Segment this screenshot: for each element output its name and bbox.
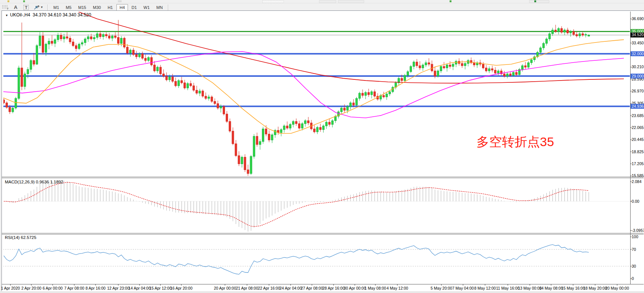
svg-text:24.936: 24.936: [632, 104, 644, 108]
rsi-indicator-label: RSI(14) 62.5725: [5, 235, 36, 240]
svg-text:30 Apr 00:00: 30 Apr 00:00: [344, 286, 366, 290]
svg-text:1 Apr 2020: 1 Apr 2020: [1, 286, 20, 290]
svg-text:11 May 16:00: 11 May 16:00: [496, 286, 520, 290]
svg-text:12 Apr 23:00: 12 Apr 23:00: [107, 286, 129, 290]
svg-text:6 Apr 00:00: 6 Apr 00:00: [43, 286, 63, 290]
svg-text:32.000: 32.000: [632, 51, 644, 56]
svg-text:7 May 04:00: 7 May 04:00: [452, 286, 474, 290]
svg-text:21 Apr 08:00: 21 Apr 08:00: [236, 286, 258, 290]
svg-text:33.450: 33.450: [632, 41, 644, 45]
svg-text:18.825: 18.825: [632, 149, 644, 154]
window-bottom-edge: [0, 291, 644, 293]
mt4-application-window: F A T ▼ M1M5M15M30H1H4D1W1MN 36.69033.45…: [0, 0, 644, 293]
svg-text:30.210: 30.210: [632, 64, 644, 69]
svg-text:70: 70: [632, 247, 636, 252]
svg-text:2 Apr 20:00: 2 Apr 20:00: [21, 286, 41, 290]
svg-text:8 Apr 16:00: 8 Apr 16:00: [85, 286, 106, 290]
svg-text:1 May 08:00: 1 May 08:00: [365, 286, 386, 290]
svg-text:18 May 20:00: 18 May 20:00: [583, 286, 607, 290]
svg-text:15 May 16:00: 15 May 16:00: [561, 286, 585, 290]
svg-text:24 Apr 04:00: 24 Apr 04:00: [279, 286, 302, 290]
svg-text:26.970: 26.970: [632, 89, 644, 93]
svg-text:30: 30: [632, 264, 636, 268]
chart-menu-icon[interactable]: ▼: [5, 14, 8, 17]
svg-text:20 May 00:00: 20 May 00:00: [605, 286, 629, 290]
svg-text:15.585: 15.585: [632, 173, 644, 178]
svg-text:5 May 20:00: 5 May 20:00: [431, 286, 452, 290]
chart-ohlc-values: 34.370 34.610 34.340 34.520: [33, 12, 91, 18]
svg-text:17.205: 17.205: [632, 161, 644, 166]
svg-text:23.685: 23.685: [632, 113, 644, 118]
svg-text:36.690: 36.690: [632, 16, 644, 21]
svg-text:20 Apr 00:00: 20 Apr 00:00: [214, 286, 236, 290]
chart-title: ▼UKOil-,H4 34.370 34.610 34.340 34.520: [5, 12, 91, 18]
chart-text-annotation: 多空转折点35: [476, 135, 554, 149]
svg-text:16 Apr 20:00: 16 Apr 20:00: [170, 286, 193, 290]
svg-text:15 Apr 12:00: 15 Apr 12:00: [149, 286, 172, 290]
svg-text:100: 100: [632, 234, 638, 239]
svg-text:4 May 12:00: 4 May 12:00: [387, 286, 408, 290]
svg-text:34.520: 34.520: [632, 32, 644, 37]
svg-text:-3.0957: -3.0957: [632, 228, 644, 233]
svg-text:20.445: 20.445: [632, 137, 644, 142]
svg-text:22.065: 22.065: [632, 125, 644, 130]
svg-text:2.084: 2.084: [632, 179, 641, 184]
svg-text:13 May 00:00: 13 May 00:00: [518, 286, 542, 290]
svg-text:27 Apr 08:00: 27 Apr 08:00: [301, 286, 323, 290]
svg-text:22 Apr 16:00: 22 Apr 16:00: [258, 286, 280, 290]
svg-text:0.00: 0.00: [632, 199, 640, 204]
chart-symbol-period: UKOil-,H4: [10, 12, 30, 18]
svg-text:14 May 08:00: 14 May 08:00: [539, 286, 563, 290]
svg-text:7 Apr 08:00: 7 Apr 08:00: [64, 286, 84, 290]
svg-text:8 May 12:00: 8 May 12:00: [474, 286, 496, 290]
svg-text:14 Apr 04:00: 14 Apr 04:00: [128, 286, 151, 290]
svg-text:29.000: 29.000: [632, 74, 644, 78]
svg-text:28 Apr 16:00: 28 Apr 16:00: [322, 286, 345, 290]
macd-indicator-label: MACD(12,26,9) 0.9636 1.1892: [5, 180, 63, 184]
svg-text:0: 0: [632, 276, 634, 281]
